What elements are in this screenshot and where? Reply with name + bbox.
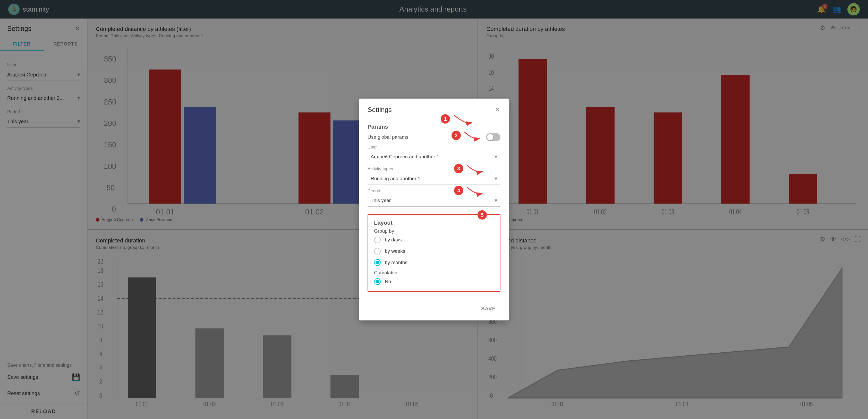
radio-outer-months [374,259,381,266]
badge-4: 4 [454,186,463,195]
toggle-knob [487,134,493,140]
use-global-params-toggle[interactable] [486,133,500,141]
modal-user-select[interactable]: Андрей Сергеев and another 1... ▾ [368,151,500,163]
cumulative-label: Cumulative [374,270,494,276]
modal-activity-types-value: Running and another 11... [371,176,427,182]
layout-section-title: Layout [374,220,494,226]
radio-by-days[interactable]: by days [374,236,494,243]
modal-footer: SAVE [359,299,509,320]
group-by-radio-group: by days by weeks by months [374,236,494,266]
modal-user-arrow: ▾ [495,153,497,160]
group-by-label: Group by [374,228,494,234]
modal-activity-types-arrow: ▾ [495,175,497,182]
radio-label-weeks: by weeks [385,248,405,254]
arrow-4 [464,186,483,195]
annotation-3: 3 [454,164,483,173]
modal-title: Settings [368,106,392,114]
annotation-4: 4 [454,186,483,195]
modal-period-arrow: ▾ [495,197,497,204]
cumulative-radio-group: No [374,278,494,285]
modal-period-select[interactable]: This year ▾ [368,195,500,207]
modal-user-value: Андрей Сергеев and another 1... [371,154,443,160]
modal-close-button[interactable]: ✕ [495,106,500,114]
badge-1: 1 [441,114,450,124]
arrow-3 [464,164,483,173]
params-section-title: Params [368,124,500,130]
modal-overlay[interactable]: Settings ✕ 1 Params 2 [0,0,868,419]
radio-outer-days [374,236,381,243]
radio-inner-no [375,280,379,283]
modal-save-button[interactable]: SAVE [476,303,500,314]
use-global-params-row: Use global params [368,133,500,141]
radio-by-months[interactable]: by months [374,259,494,266]
modal-period-value: This year [371,198,391,203]
arrow-1 [452,114,472,124]
modal-user-label: User [368,144,500,150]
annotation-5: 5 [477,210,487,220]
modal-activity-types-select[interactable]: Running and another 11... ▾ [368,173,500,185]
radio-label-days: by days [385,237,402,243]
radio-cumulative-no[interactable]: No [374,278,494,285]
badge-3: 3 [454,164,463,173]
annotation-2: 2 [452,131,480,140]
use-global-params-label: Use global params [368,134,408,140]
radio-by-weeks[interactable]: by weeks [374,248,494,255]
badge-2: 2 [452,131,461,140]
radio-outer-no [374,278,381,285]
arrow-2 [462,131,480,140]
modal-body: 1 Params 2 [359,118,509,299]
radio-label-months: by months [385,260,407,265]
modal-header: Settings ✕ [359,99,509,118]
radio-inner-months [375,261,379,264]
settings-modal: Settings ✕ 1 Params 2 [359,99,509,320]
radio-label-no: No [385,279,391,284]
badge-5: 5 [477,210,487,220]
annotation-1: 1 [441,114,472,124]
layout-section: 5 Layout Group by by days by weeks [368,214,500,292]
params-section: 1 Params 2 [368,118,500,210]
radio-outer-weeks [374,248,381,255]
